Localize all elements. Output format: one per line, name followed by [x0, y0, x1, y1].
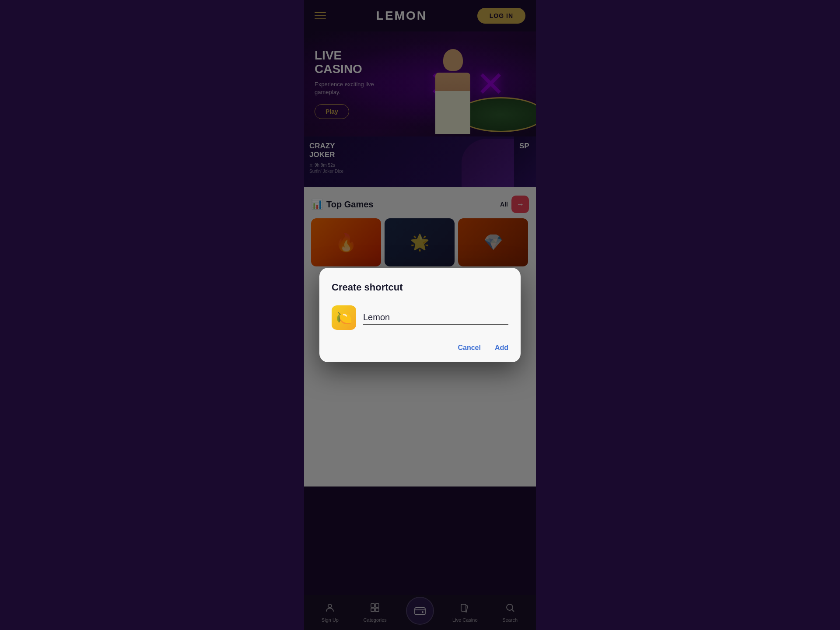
lemon-icon-leaf: 🍋 [336, 310, 352, 326]
modal-title: Create shortcut [332, 282, 508, 293]
shortcut-name-input[interactable] [363, 311, 508, 325]
phone-container: LEMON LOG IN LIVE CASINO Experience exci… [304, 0, 536, 630]
modal-content: 🍋 [332, 305, 508, 330]
modal-actions: Cancel Add [332, 344, 508, 352]
cancel-button[interactable]: Cancel [458, 344, 480, 352]
lemon-app-icon: 🍋 [332, 305, 356, 330]
add-button[interactable]: Add [495, 344, 508, 352]
create-shortcut-modal: Create shortcut 🍋 Cancel Add [319, 268, 521, 362]
modal-overlay: Create shortcut 🍋 Cancel Add [304, 0, 536, 630]
